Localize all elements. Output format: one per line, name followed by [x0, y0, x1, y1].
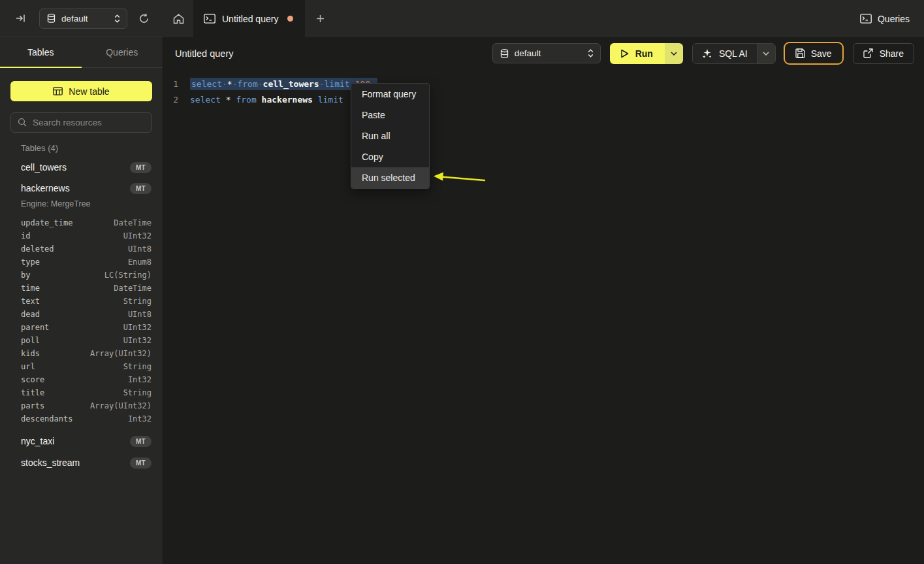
column-name: kids — [21, 349, 90, 358]
sql-editor[interactable]: 1select·*·from·cell_towers·limit·100·2se… — [164, 69, 924, 107]
column-row: typeEnum8 — [0, 256, 163, 269]
search-input[interactable] — [10, 112, 152, 133]
table-name: cell_towers — [21, 162, 130, 173]
run-options-caret[interactable] — [665, 43, 683, 64]
code-line[interactable]: 1select·*·from·cell_towers·limit·100· — [164, 76, 924, 91]
engine-badge: MT — [130, 162, 151, 173]
column-list: update_timeDateTimeidUInt32deletedUInt8t… — [0, 216, 163, 425]
menu-item-copy[interactable]: Copy — [351, 146, 429, 167]
new-table-button[interactable]: New table — [10, 81, 152, 101]
topbar-database-selector[interactable]: default — [39, 8, 127, 29]
menu-item-format-query[interactable]: Format query — [351, 84, 429, 105]
table-item-nyc_taxi[interactable]: nyc_taxiMT — [0, 431, 163, 451]
column-type: UInt8 — [128, 310, 151, 319]
column-name: url — [21, 362, 123, 371]
column-type: Int32 — [128, 375, 151, 384]
column-row: kidsArray(UInt32) — [0, 347, 163, 360]
table-name: hackernews — [21, 183, 130, 193]
queries-button[interactable]: Queries — [860, 0, 910, 37]
table-grid-icon — [53, 87, 63, 95]
sql-ai-button[interactable]: SQL AI — [693, 44, 757, 63]
column-row: update_timeDateTime — [0, 216, 163, 229]
sql-ai-caret[interactable] — [757, 44, 775, 63]
column-type: UInt32 — [123, 323, 151, 332]
editor-context-menu: Format queryPasteRun allCopyRun selected — [351, 83, 430, 189]
column-type: Enum8 — [128, 257, 151, 267]
column-name: poll — [21, 336, 123, 345]
top-bar: default — [0, 0, 924, 37]
query-database-value: default — [515, 48, 582, 58]
column-name: title — [21, 388, 123, 397]
column-row: partsArray(UInt32) — [0, 399, 163, 412]
new-table-label: New table — [69, 86, 109, 97]
column-name: type — [21, 257, 128, 267]
column-name: descendants — [21, 414, 128, 423]
table-item-stocks_stream[interactable]: stocks_streamMT — [0, 453, 163, 473]
column-name: parts — [21, 401, 90, 410]
sidebar: Tables Queries New table Tables (4) cell… — [0, 37, 163, 564]
column-row: descendantsInt32 — [0, 412, 163, 425]
engine-badge: MT — [130, 183, 151, 194]
sql-ai-label: SQL AI — [719, 48, 748, 59]
tab-untitled-query[interactable]: Untitled query — [193, 0, 305, 37]
column-row: deletedUInt8 — [0, 242, 163, 256]
column-name: score — [21, 375, 128, 384]
query-header: Untitled query default — [164, 37, 924, 69]
column-type: DateTime — [114, 218, 151, 227]
share-label: Share — [880, 48, 904, 59]
sidebar-tab-tables[interactable]: Tables — [0, 37, 82, 67]
line-number: 2 — [164, 95, 178, 105]
updown-chevron-icon — [114, 14, 120, 23]
sidebar-tab-queries[interactable]: Queries — [82, 37, 163, 67]
column-row: scoreInt32 — [0, 373, 163, 386]
queries-console-icon — [860, 14, 872, 24]
column-type: LC(String) — [104, 271, 151, 280]
menu-item-run-selected[interactable]: Run selected — [351, 167, 429, 188]
column-type: Array(UInt32) — [90, 349, 151, 358]
menu-item-paste[interactable]: Paste — [351, 105, 429, 125]
play-icon — [620, 49, 629, 58]
save-icon — [795, 48, 805, 58]
console-icon — [204, 14, 215, 24]
line-number: 1 — [164, 79, 178, 89]
tab-strip: Untitled query — [163, 0, 335, 37]
run-button[interactable]: Run — [610, 43, 665, 64]
share-button[interactable]: Share — [853, 43, 914, 64]
collapse-sidebar-icon[interactable] — [16, 14, 25, 23]
table-item-hackernews[interactable]: hackernewsMT — [0, 178, 163, 198]
search-resources — [10, 112, 152, 133]
table-name: stocks_stream — [21, 457, 130, 468]
new-tab-button[interactable] — [305, 0, 335, 37]
engine-badge: MT — [130, 436, 151, 447]
query-header-controls: default Run — [492, 42, 914, 65]
column-name: deleted — [21, 244, 128, 254]
column-row: byLC(String) — [0, 269, 163, 282]
column-name: time — [21, 284, 114, 293]
save-button[interactable]: Save — [784, 42, 844, 65]
query-title: Untitled query — [175, 48, 233, 59]
search-icon — [18, 118, 27, 127]
query-database-selector[interactable]: default — [492, 43, 601, 63]
save-label: Save — [811, 48, 832, 59]
topbar-database-value: default — [61, 14, 108, 24]
sidebar-tabs: Tables Queries — [0, 37, 163, 68]
sparkles-icon — [702, 48, 712, 59]
table-item-cell_towers[interactable]: cell_towersMT — [0, 158, 163, 177]
unsaved-changes-dot — [287, 16, 293, 22]
database-icon — [47, 14, 56, 23]
main-panel: Untitled query default — [164, 37, 924, 564]
menu-item-run-all[interactable]: Run all — [351, 125, 429, 146]
column-type: String — [123, 297, 151, 306]
column-row: timeDateTime — [0, 282, 163, 295]
refresh-icon[interactable] — [138, 13, 150, 24]
sql-ai-button-group: SQL AI — [692, 43, 776, 64]
code-line[interactable]: 2select * from hackernews limit — [164, 91, 924, 107]
column-name: parent — [21, 323, 123, 332]
column-type: UInt32 — [123, 231, 151, 241]
engine-label: Engine: MergeTree — [0, 198, 163, 210]
home-tab[interactable] — [163, 0, 193, 37]
column-row: idUInt32 — [0, 229, 163, 242]
column-name: dead — [21, 310, 128, 319]
column-type: String — [123, 388, 151, 397]
column-row: urlString — [0, 360, 163, 373]
